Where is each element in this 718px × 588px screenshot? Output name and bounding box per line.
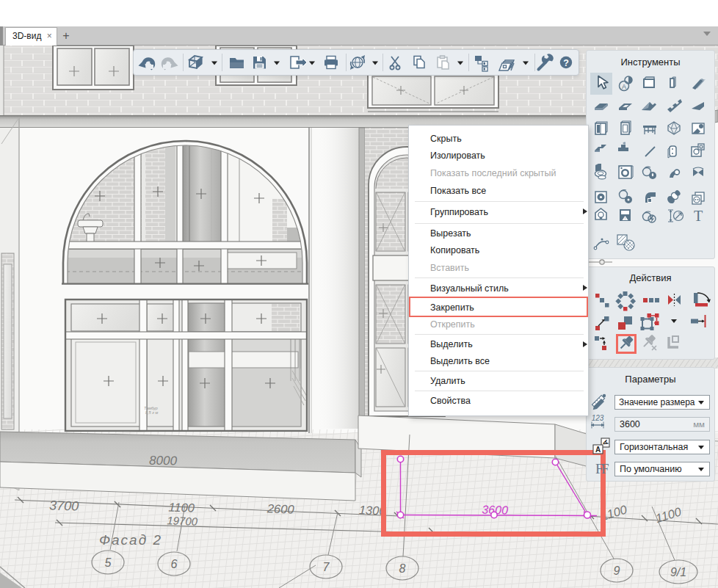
- svg-text:A: A: [622, 83, 626, 90]
- svg-text:!: !: [625, 217, 625, 221]
- svg-text:6: 6: [171, 558, 178, 570]
- svg-text:8000: 8000: [149, 454, 178, 468]
- svg-text:T: T: [694, 208, 703, 224]
- svg-text:A: A: [595, 446, 601, 454]
- svg-text:2600: 2600: [266, 501, 295, 515]
- svg-text:?: ?: [563, 58, 569, 68]
- svg-text:9/1: 9/1: [670, 566, 686, 578]
- svg-text:3700: 3700: [49, 498, 79, 513]
- svg-text:123: 123: [592, 414, 604, 422]
- svg-text:Фасад 2: Фасад 2: [99, 532, 162, 548]
- svg-text:1100: 1100: [168, 500, 195, 514]
- svg-text:5: 5: [105, 556, 112, 569]
- svg-text:9: 9: [614, 565, 620, 577]
- svg-text:7: 7: [323, 561, 330, 573]
- svg-text:8: 8: [399, 562, 406, 575]
- svg-text:19700: 19700: [167, 514, 198, 527]
- svg-text:8,5 г м: 8,5 г м: [145, 410, 158, 415]
- svg-text:FF: FF: [595, 461, 609, 476]
